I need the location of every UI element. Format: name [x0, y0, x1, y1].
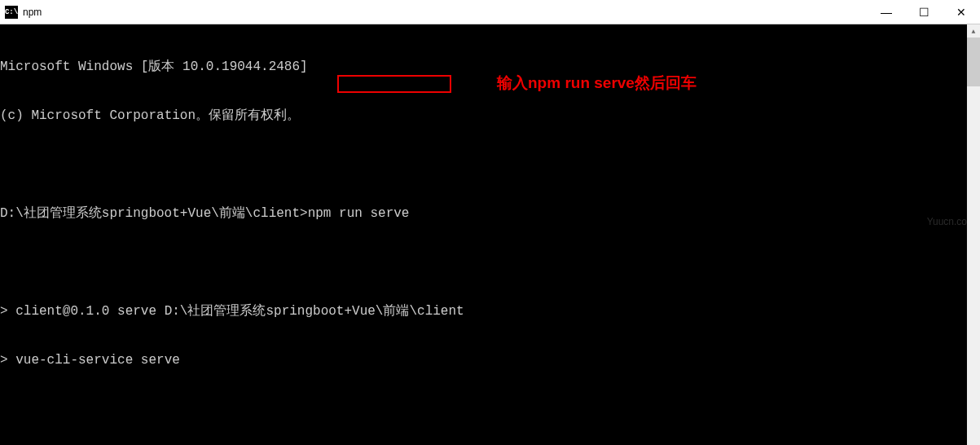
- vertical-scrollbar[interactable]: ▲: [967, 24, 980, 445]
- minimize-button[interactable]: —: [868, 0, 905, 24]
- output-line: Microsoft Windows [版本 10.0.19044.2486]: [0, 59, 980, 75]
- blank-line: [0, 401, 980, 417]
- close-button[interactable]: ✕: [943, 0, 980, 24]
- prompt: D:\社团管理系统springboot+Vue\前端\client>: [0, 205, 308, 222]
- command-highlight-box: [337, 75, 451, 93]
- terminal-area[interactable]: Microsoft Windows [版本 10.0.19044.2486] (…: [0, 24, 980, 445]
- scroll-up-arrow[interactable]: ▲: [967, 24, 980, 37]
- titlebar-left: C:\ npm: [5, 6, 42, 19]
- blank-line: [0, 254, 980, 271]
- output-line: (c) Microsoft Corporation。保留所有权利。: [0, 108, 980, 124]
- window-title: npm: [23, 7, 42, 18]
- blank-line: [0, 156, 980, 173]
- window-controls: — ☐ ✕: [868, 0, 980, 24]
- command-line: D:\社团管理系统springboot+Vue\前端\client>npm ru…: [0, 205, 980, 222]
- annotation-text: 输入npm run serve然后回车: [497, 75, 697, 91]
- scrollbar-thumb[interactable]: [967, 37, 980, 86]
- output-line: > client@0.1.0 serve D:\社团管理系统springboot…: [0, 303, 980, 319]
- output-line: > vue-cli-service serve: [0, 352, 980, 368]
- cmd-icon: C:\: [5, 6, 18, 19]
- typed-command: npm run serve: [308, 205, 410, 222]
- window-titlebar: C:\ npm — ☐ ✕: [0, 0, 980, 24]
- maximize-button[interactable]: ☐: [905, 0, 943, 24]
